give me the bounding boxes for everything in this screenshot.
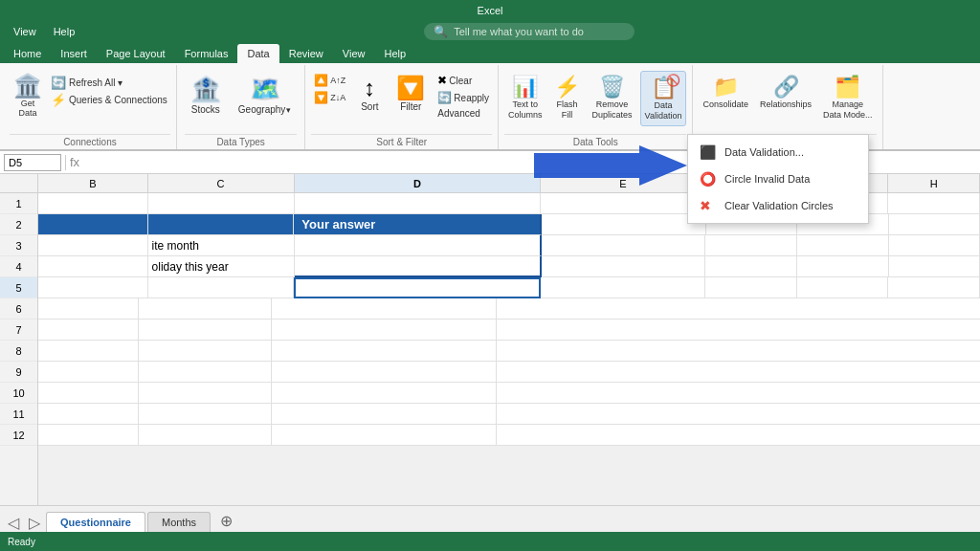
cell-e2[interactable] [542, 214, 706, 235]
cell-grid: Your answer ite month [38, 193, 980, 513]
row-num-12: 12 [0, 425, 37, 446]
sort-za-button[interactable]: 🔽 Z↓A [311, 90, 348, 105]
cell-b5[interactable] [38, 277, 148, 298]
tab-insert[interactable]: Insert [51, 44, 97, 63]
cell-e3[interactable] [542, 235, 706, 256]
search-icon: 🔍 [434, 25, 448, 38]
cell-c5[interactable] [148, 277, 295, 298]
cell-e4[interactable] [542, 256, 706, 277]
menu-view[interactable]: View [6, 24, 44, 39]
cell-f5[interactable] [705, 277, 797, 298]
cell-e1[interactable] [541, 193, 705, 214]
cell-h4[interactable] [889, 256, 980, 277]
table-row: ite month [38, 235, 980, 256]
clear-circles-icon: ✖ [700, 198, 717, 213]
row-num-8: 8 [0, 341, 37, 362]
geography-button[interactable]: 🗺️ Geography ▾ [233, 71, 297, 119]
cell-c3[interactable]: ite month [148, 235, 295, 256]
title-bar-text: Excel [8, 5, 972, 16]
cell-h5[interactable] [888, 277, 980, 298]
cell-c1[interactable] [148, 193, 295, 214]
relationships-button[interactable]: 🔗 Relationships [756, 71, 815, 114]
manage-data-model-button[interactable]: 🗂️ ManageData Mode... [819, 71, 877, 124]
tab-data[interactable]: Data [237, 44, 278, 63]
sheet-tab-questionnaire[interactable]: Questionnaire [46, 512, 145, 532]
clear-button[interactable]: ✖ Clear [434, 73, 492, 88]
tab-review[interactable]: Review [279, 44, 333, 63]
tab-formulas[interactable]: Formulas [175, 44, 238, 63]
row-num-3: 3 [0, 235, 37, 256]
dropdown-circle-label: Circle Invalid Data [724, 173, 810, 185]
cell-g5[interactable] [797, 277, 889, 298]
refresh-all-button[interactable]: 🔄 Refresh All ▾ [48, 75, 170, 91]
next-sheet-button[interactable]: ▷ [25, 513, 44, 532]
tab-home[interactable]: Home [4, 44, 51, 63]
get-data-button[interactable]: 🏛️ GetData [10, 71, 46, 121]
cell-b6[interactable] [38, 298, 139, 320]
tab-page-layout[interactable]: Page Layout [97, 44, 175, 63]
text-to-columns-button[interactable]: 📊 Text toColumns [504, 71, 546, 124]
row-num-6: 6 [0, 298, 37, 320]
name-box[interactable] [4, 154, 61, 171]
queries-connections-button[interactable]: ⚡ Queries & Connections [48, 92, 170, 108]
tab-help[interactable]: Help [374, 44, 415, 63]
add-sheet-button[interactable]: ⊕ [212, 510, 240, 532]
row-num-9: 9 [0, 362, 37, 383]
consolidate-button[interactable]: 📁 Consolidate [699, 71, 752, 114]
sort-button[interactable]: ↕️ Sort [352, 71, 387, 116]
cell-b4[interactable] [38, 256, 148, 277]
cell-h1[interactable] [888, 193, 980, 214]
remove-duplicates-button[interactable]: 🗑️ RemoveDuplicates [589, 71, 636, 124]
remove-duplicates-label: RemoveDuplicates [592, 99, 633, 121]
cell-h3[interactable] [889, 235, 980, 256]
table-row [38, 277, 980, 298]
dropdown-item-circle-invalid[interactable]: ⭕ Circle Invalid Data [688, 165, 868, 192]
col-header-d: D [295, 174, 542, 192]
cell-d3[interactable] [295, 235, 542, 256]
relationships-label: Relationships [760, 99, 812, 110]
row-numbers: 1 2 3 4 5 6 7 8 9 10 11 12 [0, 193, 38, 513]
cell-c2[interactable] [148, 214, 295, 235]
cell-f3[interactable] [705, 235, 797, 256]
reapply-button[interactable]: 🔄 Reapply [434, 90, 492, 105]
cell-e5[interactable] [541, 277, 705, 298]
table-row: oliday this year [38, 256, 980, 277]
row-num-1: 1 [0, 193, 37, 214]
row-num-11: 11 [0, 404, 37, 425]
cell-g3[interactable] [797, 235, 889, 256]
flash-fill-button[interactable]: ⚡ FlashFill [550, 71, 585, 124]
sort-az-button[interactable]: 🔼 A↑Z [311, 73, 348, 88]
manage-data-model-label: ManageData Mode... [823, 99, 873, 121]
sheet-tab-months[interactable]: Months [147, 512, 211, 532]
cell-d4[interactable] [295, 256, 542, 277]
tab-view[interactable]: View [333, 44, 375, 63]
stocks-label: Stocks [191, 104, 220, 115]
filter-button[interactable]: 🔽 Filter [390, 71, 431, 116]
advanced-button[interactable]: Advanced [434, 107, 492, 120]
cell-d2[interactable]: Your answer [294, 214, 541, 235]
cell-b2[interactable] [38, 214, 148, 235]
sort-filter-group-label: Sort & Filter [311, 134, 492, 149]
formula-bar-divider [65, 155, 66, 170]
cell-b1[interactable] [38, 193, 148, 214]
cell-g4[interactable] [797, 256, 889, 277]
row-header-corner [0, 174, 38, 192]
prev-sheet-button[interactable]: ◁ [4, 513, 23, 532]
stocks-button[interactable]: 🏦 Stocks [185, 71, 227, 119]
search-bar[interactable]: 🔍 Tell me what you want to do [424, 23, 635, 40]
cell-b3[interactable] [38, 235, 148, 256]
connections-group-label: Connections [10, 134, 170, 149]
consolidate-label: Consolidate [702, 99, 748, 110]
dropdown-item-clear-circles[interactable]: ✖ Clear Validation Circles [688, 192, 868, 219]
data-validation-label: DataValidation [645, 100, 682, 121]
menu-help[interactable]: Help [46, 24, 83, 39]
dropdown-item-validation[interactable]: ⬛ Data Validation... [688, 139, 868, 165]
data-validation-button[interactable]: 📋 🚫 DataValidation [640, 71, 687, 126]
flash-fill-label: FlashFill [557, 99, 578, 121]
table-row [38, 341, 980, 362]
cell-d1[interactable] [295, 193, 542, 214]
cell-c4[interactable]: oliday this year [148, 256, 295, 277]
cell-d5-active[interactable] [294, 277, 541, 298]
cell-f4[interactable] [705, 256, 797, 277]
cell-h2[interactable] [889, 214, 980, 235]
